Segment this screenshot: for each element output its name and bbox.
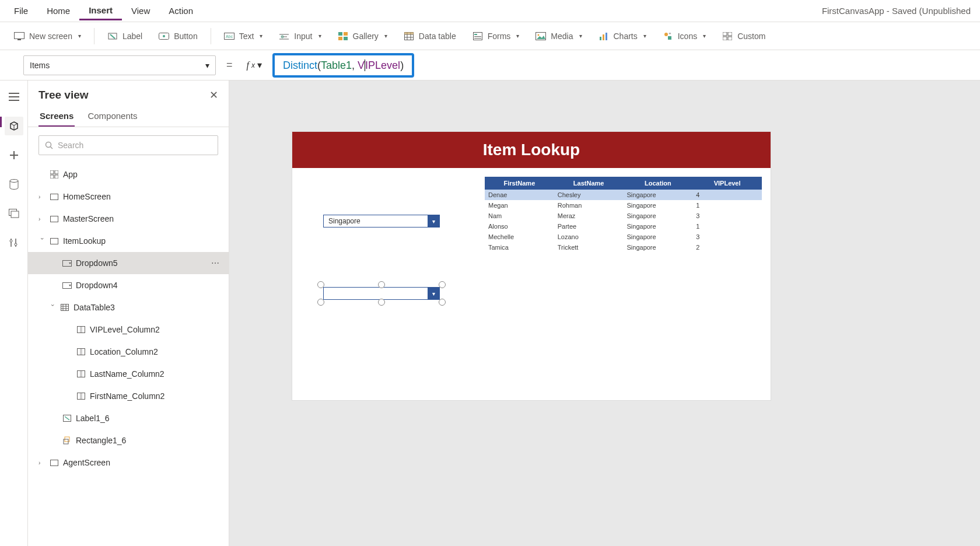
menu-insert[interactable]: Insert [79, 2, 122, 20]
icons-button[interactable]: + Icons ▾ [656, 27, 713, 45]
tab-screens[interactable]: Screens [38, 106, 75, 127]
table-cell: Tamica [485, 242, 554, 253]
tree-dropdown4[interactable]: Dropdown4 [28, 274, 229, 296]
table-cell: Singapore [624, 190, 693, 200]
resize-handle[interactable] [378, 281, 385, 288]
tree-vip-col[interactable]: VIPLevel_Column2 [28, 318, 229, 341]
table-row[interactable]: DenaeChesleySingapore4 [485, 190, 762, 200]
canvas-dropdown5[interactable]: ▾ [323, 287, 440, 300]
app-status: FirstCanvasApp - Saved (Unpublished [822, 6, 975, 16]
formula-input[interactable]: Distinct(Table1, VIPLevel) [272, 53, 414, 78]
data-table-button[interactable]: Data table [397, 27, 463, 45]
media-rail-button[interactable] [5, 204, 23, 223]
insert-rail-button[interactable] [5, 146, 23, 164]
formula-bar: Items ▾ = fx ▾ Distinct(Table1, VIPLevel… [0, 50, 980, 80]
svg-line-41 [14, 124, 18, 125]
resize-handle[interactable] [378, 299, 385, 306]
chevron-down-icon: ▾ [428, 288, 439, 299]
resize-handle[interactable] [439, 299, 446, 306]
fx-label[interactable]: fx ▾ [243, 60, 265, 71]
column-icon [76, 326, 86, 333]
forms-button[interactable]: Forms ▾ [466, 27, 527, 45]
svg-rect-60 [51, 238, 58, 244]
tree-firstname-col[interactable]: FirstName_Column2 [28, 385, 229, 407]
text-icon: Abc [224, 31, 235, 41]
dropdown4-value: Singapore [324, 217, 365, 225]
data-table-icon [404, 31, 414, 41]
more-icon[interactable]: ⋯ [211, 258, 220, 268]
text-button[interactable]: Abc Text ▾ [217, 27, 270, 45]
custom-button[interactable]: Custom [715, 27, 772, 45]
media-btn-text: Media [551, 32, 573, 41]
tree-masterscreen[interactable]: ›MasterScreen [28, 208, 229, 230]
table-cell: Lozano [554, 232, 624, 242]
chevron-down-icon: ▾ [318, 33, 321, 39]
tree-view-title: Tree view [38, 89, 89, 102]
tree-lastname-col[interactable]: LastName_Column2 [28, 363, 229, 385]
app-screen[interactable]: Item Lookup Singapore ▾ ▾ [292, 132, 771, 400]
tree-label1-6[interactable]: Label1_6 [28, 407, 229, 429]
tree-view-rail-button[interactable] [5, 117, 23, 135]
table-cell: Singapore [624, 211, 693, 221]
column-icon [76, 348, 86, 355]
search-placeholder: Search [58, 141, 83, 150]
close-icon[interactable]: ✕ [209, 89, 218, 102]
input-button[interactable]: Input ▾ [272, 27, 328, 45]
app-icon [49, 170, 60, 178]
tree-app[interactable]: App [28, 163, 229, 186]
table-row[interactable]: AlonsoParteeSingapore1 [485, 221, 762, 232]
tree-rectangle1-6[interactable]: Rectangle1_6 [28, 429, 229, 452]
button-button[interactable]: Button [152, 27, 204, 45]
canvas-area[interactable]: Item Lookup Singapore ▾ ▾ [229, 80, 980, 546]
resize-handle[interactable] [317, 281, 324, 288]
table-cell: Chesley [554, 190, 624, 200]
col-lastname[interactable]: LastName [554, 177, 624, 190]
tree-datatable3[interactable]: ›DataTable3 [28, 296, 229, 318]
canvas-data-table[interactable]: FirstName LastName Location VIPLevel Den… [485, 177, 762, 253]
menu-action[interactable]: Action [159, 2, 202, 19]
menu-view[interactable]: View [122, 2, 159, 19]
col-firstname[interactable]: FirstName [485, 177, 554, 190]
data-table-btn-text: Data table [419, 32, 456, 41]
svg-rect-34 [728, 32, 732, 36]
gallery-btn-text: Gallery [353, 32, 379, 41]
tree-agentscreen[interactable]: ›AgentScreen [28, 452, 229, 474]
col-viplevel[interactable]: VIPLevel [692, 177, 762, 190]
menu-home[interactable]: Home [37, 2, 79, 19]
media-button[interactable]: Media ▾ [528, 27, 589, 45]
table-cell: Nam [485, 211, 554, 221]
col-location[interactable]: Location [624, 177, 693, 190]
chevron-down-icon: ▾ [579, 33, 582, 39]
new-screen-button[interactable]: New screen ▾ [7, 27, 88, 45]
gallery-button[interactable]: Gallery ▾ [331, 27, 394, 45]
charts-button[interactable]: Charts ▾ [592, 27, 653, 45]
hamburger-button[interactable] [5, 88, 23, 106]
tree-dropdown5[interactable]: Dropdown5⋯ [28, 252, 229, 274]
property-dropdown[interactable]: Items ▾ [23, 55, 216, 75]
tab-components[interactable]: Components [86, 106, 138, 127]
tools-rail-button[interactable] [5, 233, 23, 252]
selection-handles[interactable]: ▾ [318, 282, 444, 304]
canvas-dropdown4[interactable]: Singapore ▾ [323, 215, 440, 228]
svg-rect-0 [15, 32, 24, 38]
tree-location-col[interactable]: Location_Column2 [28, 341, 229, 363]
svg-rect-59 [51, 216, 58, 222]
tree-itemlookup[interactable]: ›ItemLookup [28, 230, 229, 252]
data-rail-button[interactable] [5, 175, 23, 194]
left-rail [0, 80, 28, 546]
resize-handle[interactable] [317, 299, 324, 306]
table-row[interactable]: MeganRohmanSingapore1 [485, 200, 762, 211]
tree-homescreen[interactable]: ›HomeScreen [28, 186, 229, 208]
search-input[interactable]: Search [38, 135, 218, 155]
svg-rect-35 [723, 37, 727, 40]
label-button[interactable]: Label [100, 27, 149, 45]
table-row[interactable]: NamMerazSingapore3 [485, 211, 762, 221]
menu-file[interactable]: File [5, 2, 37, 19]
svg-rect-54 [50, 170, 54, 174]
chevron-down-icon: ▾ [428, 215, 439, 227]
resize-handle[interactable] [439, 281, 446, 288]
table-row[interactable]: TamicaTrickettSingapore2 [485, 242, 762, 253]
charts-icon [598, 31, 609, 41]
tree-tabs: Screens Components [28, 106, 229, 127]
table-row[interactable]: MechelleLozanoSingapore3 [485, 232, 762, 242]
